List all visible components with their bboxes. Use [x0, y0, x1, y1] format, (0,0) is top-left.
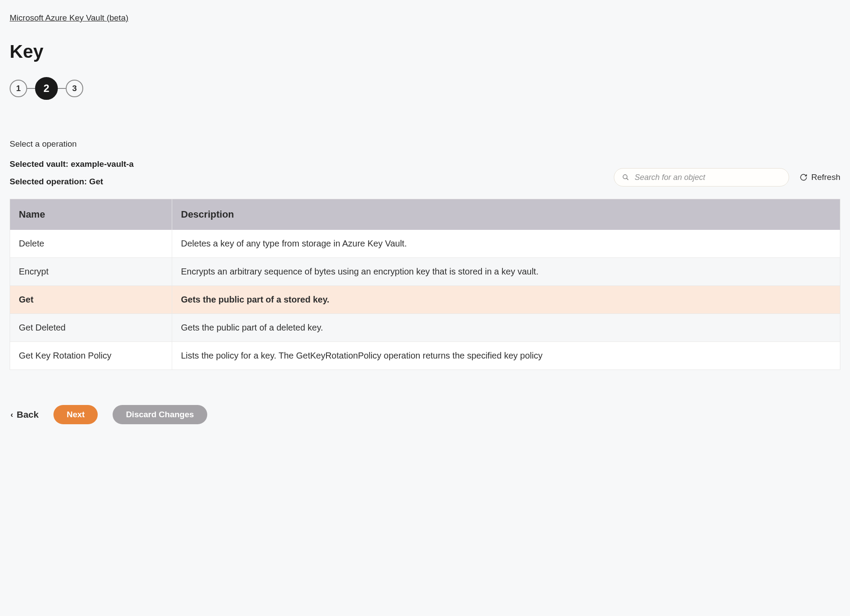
table-row[interactable]: Get DeletedGets the public part of a del… [10, 313, 840, 341]
selected-vault-value: example-vault-a [71, 159, 134, 169]
stepper: 1 2 3 [10, 77, 840, 100]
operation-description: Gets the public part of a stored key. [172, 286, 840, 313]
search-icon [622, 174, 629, 181]
step-1[interactable]: 1 [10, 80, 27, 97]
operation-name: Get Key Rotation Policy [10, 342, 172, 370]
refresh-icon [800, 173, 808, 181]
selected-vault-label: Selected vault: [10, 159, 68, 169]
step-connector [58, 88, 66, 89]
operations-table: Name Description DeleteDeletes a key of … [10, 199, 840, 370]
next-button[interactable]: Next [53, 405, 98, 424]
operation-name: Get [10, 286, 172, 313]
chevron-left-icon: ‹ [11, 410, 13, 419]
search-input[interactable] [634, 173, 781, 182]
step-2[interactable]: 2 [35, 77, 58, 100]
table-row[interactable]: EncryptEncrypts an arbitrary sequence of… [10, 257, 840, 285]
column-header-description: Description [172, 199, 840, 230]
page-title: Key [10, 41, 840, 62]
step-3[interactable]: 3 [66, 80, 83, 97]
refresh-label: Refresh [811, 172, 840, 182]
refresh-button[interactable]: Refresh [800, 172, 840, 182]
discard-button[interactable]: Discard Changes [113, 405, 207, 424]
operation-description: Lists the policy for a key. The GetKeyRo… [172, 342, 840, 370]
breadcrumb-link[interactable]: Microsoft Azure Key Vault (beta) [10, 13, 128, 22]
instruction-text: Select a operation [10, 139, 840, 149]
table-header: Name Description [10, 199, 840, 230]
svg-point-0 [623, 175, 627, 179]
search-box[interactable] [614, 168, 789, 187]
operation-name: Encrypt [10, 258, 172, 285]
operation-description: Encrypts an arbitrary sequence of bytes … [172, 258, 840, 285]
table-row[interactable]: DeleteDeletes a key of any type from sto… [10, 230, 840, 257]
step-connector [27, 88, 35, 89]
selected-operation-label: Selected operation: [10, 177, 87, 186]
svg-line-1 [627, 178, 628, 180]
table-row[interactable]: GetGets the public part of a stored key. [10, 285, 840, 313]
column-header-name: Name [10, 199, 172, 230]
back-button[interactable]: ‹ Back [11, 409, 39, 420]
footer-actions: ‹ Back Next Discard Changes [10, 405, 840, 424]
selected-operation: Selected operation: Get [10, 177, 134, 187]
operation-name: Delete [10, 230, 172, 257]
operation-name: Get Deleted [10, 314, 172, 341]
selected-operation-value: Get [89, 177, 103, 186]
selected-vault: Selected vault: example-vault-a [10, 159, 134, 169]
back-label: Back [17, 409, 39, 420]
operation-description: Deletes a key of any type from storage i… [172, 230, 840, 257]
table-row[interactable]: Get Key Rotation PolicyLists the policy … [10, 341, 840, 370]
page-root: Microsoft Azure Key Vault (beta) Key 1 2… [0, 0, 850, 442]
operation-description: Gets the public part of a deleted key. [172, 314, 840, 341]
